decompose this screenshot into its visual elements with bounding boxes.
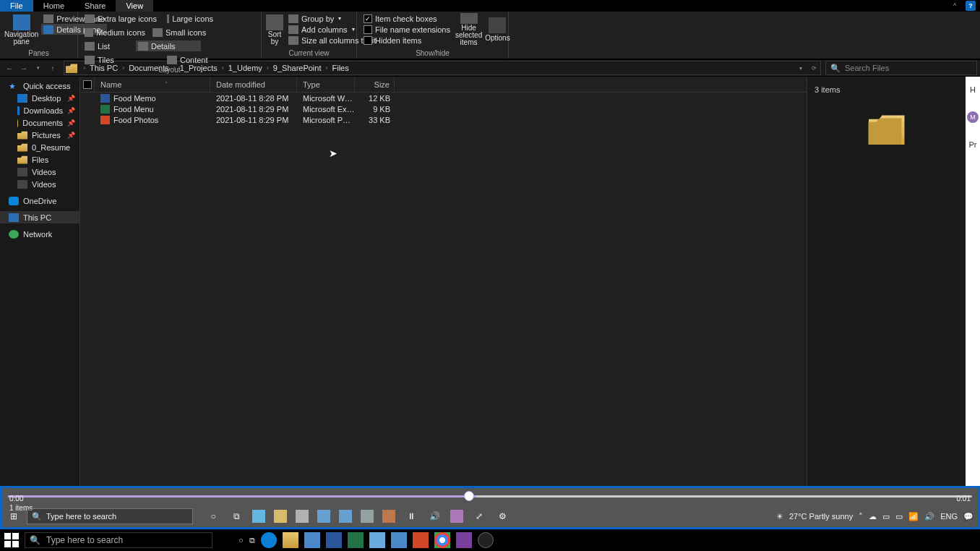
tray-notification-icon[interactable]: 💬 [963, 512, 973, 521]
nav-history-dropdown[interactable]: ▾ [32, 61, 45, 74]
ribbon-tab-home[interactable]: Home [33, 0, 74, 12]
overlay-search-input[interactable]: 🔍 Type here to search [27, 508, 193, 524]
overlay-app-icon[interactable] [317, 510, 330, 523]
nav-quick-access[interactable]: ★Quick access [0, 80, 79, 92]
options-button[interactable]: Options [485, 13, 510, 46]
avatar[interactable]: M [967, 111, 979, 123]
header-name[interactable]: Name˄ [95, 77, 210, 92]
ribbon-tab-share[interactable]: Share [74, 0, 116, 12]
overlay-explorer-icon[interactable] [274, 510, 287, 523]
nav-forward-button[interactable]: → [17, 61, 30, 74]
tray-lang[interactable]: ENG [940, 512, 958, 521]
taskbar-powerpoint-icon[interactable] [413, 532, 429, 548]
nav-resume[interactable]: 0_Resume [0, 141, 79, 153]
layout-large-button[interactable]: Large icons [165, 13, 215, 24]
file-row[interactable]: Food Menu 2021-08-11 8:29 PM Microsoft E… [80, 103, 807, 114]
fullscreen-button[interactable]: ⤢ [472, 509, 486, 524]
tray-icon[interactable]: ▭ [882, 512, 890, 521]
start-button[interactable] [4, 533, 19, 547]
header-date[interactable]: Date modified [210, 77, 297, 92]
tray-chevron-icon[interactable]: ˄ [859, 512, 863, 521]
refresh-button[interactable]: ⟳ [807, 61, 820, 74]
overlay-edge-icon[interactable] [252, 510, 265, 523]
crumb-5[interactable]: Files [331, 64, 351, 72]
ribbon-tab-file[interactable]: File [0, 0, 33, 12]
file-list[interactable]: Name˄ Date modified Type Size Food Memo … [80, 77, 807, 486]
tray-cloud-icon[interactable]: ☁ [869, 512, 877, 521]
nav-this-pc[interactable]: This PC [0, 211, 79, 223]
taskbar-teams-icon[interactable] [391, 532, 407, 548]
taskbar-app-icon[interactable] [304, 532, 320, 548]
minimize-ribbon-icon[interactable]: ^ [950, 1, 960, 11]
overlay-taskview-icon[interactable]: ⧉ [229, 509, 244, 524]
nav-files[interactable]: Files [0, 153, 79, 166]
overlay-start-icon[interactable]: ⊞ [7, 509, 21, 524]
nav-back-button[interactable]: ← [3, 61, 16, 74]
hide-selected-button[interactable]: Hide selected items [455, 13, 482, 46]
taskbar-outlook-icon[interactable] [369, 532, 385, 548]
nav-pictures[interactable]: Pictures📌 [0, 129, 79, 141]
help-icon[interactable]: ? [966, 1, 976, 11]
hidden-items-toggle[interactable]: Hidden items [361, 35, 452, 46]
play-pause-button[interactable]: ⏸ [404, 509, 418, 524]
overlay-store-icon[interactable] [296, 510, 309, 523]
nav-videos1[interactable]: Videos [0, 166, 79, 178]
ribbon-tab-view[interactable]: View [116, 0, 153, 12]
layout-content-button[interactable]: Content [165, 54, 215, 65]
nav-videos2[interactable]: Videos [0, 178, 79, 190]
nav-downloads[interactable]: Downloads📌 [0, 104, 79, 116]
nav-up-button[interactable]: ↑ [46, 61, 59, 74]
taskbar-cortana-icon[interactable]: ○ [238, 536, 244, 544]
nav-documents[interactable]: Documents📌 [0, 116, 79, 129]
tray-volume-icon[interactable]: 🔊 [924, 512, 934, 521]
layout-details-button[interactable]: Details [136, 40, 201, 51]
weather-text[interactable]: 27°C Partly sunny [789, 512, 853, 521]
taskbar-excel-icon[interactable] [348, 532, 364, 548]
file-row[interactable]: Food Memo 2021-08-11 8:28 PM Microsoft W… [80, 93, 807, 103]
overlay-mail-icon[interactable] [339, 510, 352, 523]
select-all-checkbox[interactable] [83, 80, 92, 89]
sort-by-button[interactable]: Sort by [266, 13, 283, 46]
file-ext-checkbox[interactable] [364, 25, 372, 34]
navigation-pane-button[interactable]: Navigation pane [4, 13, 38, 46]
taskbar-taskview-icon[interactable]: ⧉ [249, 536, 255, 545]
nav-onedrive[interactable]: OneDrive [0, 195, 79, 207]
layout-medium-button[interactable]: Medium icons [82, 27, 147, 38]
file-ext-toggle[interactable]: File name extensions [361, 24, 452, 35]
nav-network[interactable]: Network [0, 228, 79, 240]
layout-list-button[interactable]: List [82, 40, 133, 51]
nav-desktop[interactable]: Desktop📌 [0, 92, 79, 104]
file-row[interactable]: Food Photos 2021-08-11 8:29 PM Microsoft… [80, 114, 807, 125]
nav-videos1-label: Videos [32, 168, 56, 176]
header-type[interactable]: Type [297, 77, 355, 92]
crumb-4[interactable]: 9_SharePoint [272, 64, 323, 72]
search-input[interactable]: 🔍 Search Files [825, 61, 977, 75]
tray-icon2[interactable]: ▭ [895, 512, 903, 521]
item-check-checkbox[interactable] [364, 14, 372, 23]
seek-handle[interactable] [464, 491, 474, 501]
volume-button[interactable]: 🔊 [427, 509, 442, 524]
overlay-cortana-icon[interactable]: ○ [206, 509, 220, 524]
header-size[interactable]: Size [355, 77, 395, 92]
item-check-toggle[interactable]: Item check boxes [361, 13, 452, 24]
layout-extra-large-button[interactable]: Extra large icons [82, 13, 162, 24]
address-dropdown-icon[interactable]: ▾ [794, 61, 807, 74]
overlay-app2-icon[interactable] [361, 510, 374, 523]
header-checkbox[interactable] [80, 77, 95, 92]
taskbar-chrome-icon[interactable] [434, 532, 450, 548]
overlay-app4-icon[interactable] [450, 510, 463, 523]
taskbar-edge-icon[interactable] [261, 532, 277, 548]
pin-icon: 📌 [67, 132, 75, 139]
layout-tiles-button[interactable]: Tiles [82, 54, 162, 65]
settings-button[interactable]: ⚙ [495, 509, 510, 524]
layout-small-button[interactable]: Small icons [150, 27, 230, 38]
taskbar-search-input[interactable]: 🔍 Type here to search [25, 532, 212, 548]
taskbar-clock-icon[interactable] [478, 532, 494, 548]
overlay-app3-icon[interactable] [382, 510, 395, 523]
hidden-items-checkbox[interactable] [364, 36, 372, 45]
tray-wifi-icon[interactable]: 📶 [908, 512, 919, 521]
taskbar-word-icon[interactable] [326, 532, 342, 548]
taskbar-explorer-icon[interactable] [283, 532, 298, 548]
add-columns-icon [288, 25, 298, 34]
taskbar-onenote-icon[interactable] [456, 532, 472, 548]
